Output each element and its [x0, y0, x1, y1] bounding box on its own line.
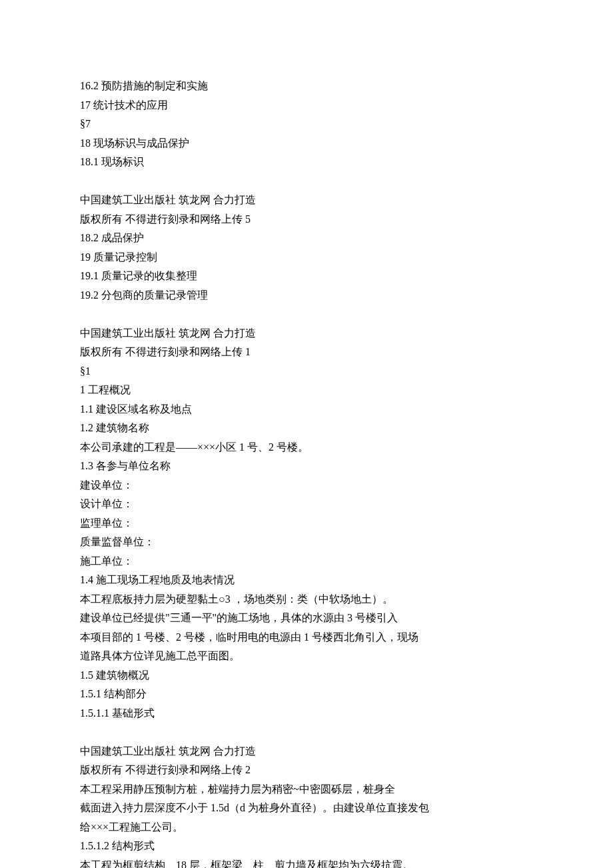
- text-line: 18 现场标识与成品保护: [80, 134, 533, 153]
- text-line: 设计单位：: [80, 495, 533, 514]
- text-line: 中国建筑工业出版社 筑龙网 合力打造: [80, 191, 533, 210]
- text-line: §7: [80, 115, 533, 134]
- text-line: 施工单位：: [80, 552, 533, 571]
- text-line: 16.2 预防措施的制定和实施: [80, 77, 533, 96]
- text-line: 19 质量记录控制: [80, 248, 533, 267]
- text-line: 1.5.1.1 基础形式: [80, 704, 533, 723]
- text-line: 1.5 建筑物概况: [80, 666, 533, 685]
- text-line: 质量监督单位：: [80, 533, 533, 552]
- blank-line: [80, 305, 533, 324]
- text-line: 版权所有 不得进行刻录和网络上传 5: [80, 210, 533, 229]
- text-line: 截面进入持力层深度不小于 1.5d（d 为桩身外直径）。由建设单位直接发包: [80, 799, 533, 818]
- text-line: 17 统计技术的应用: [80, 96, 533, 115]
- text-line: 18.1 现场标识: [80, 153, 533, 172]
- blank-line: [80, 172, 533, 191]
- text-line: 1.5.1.2 结构形式: [80, 837, 533, 856]
- text-line: 18.2 成品保护: [80, 229, 533, 248]
- text-line: 本项目部的 1 号楼、2 号楼，临时用电的电源由 1 号楼西北角引入，现场: [80, 628, 533, 647]
- text-line: 1.4 施工现场工程地质及地表情况: [80, 571, 533, 590]
- text-line: 本工程为框剪结构、18 层，框架梁、柱、剪力墙及框架均为六级抗震。: [80, 856, 533, 869]
- text-line: 版权所有 不得进行刻录和网络上传 1: [80, 343, 533, 362]
- text-line: §1: [80, 362, 533, 381]
- text-line: 监理单位：: [80, 514, 533, 533]
- text-line: 1.3 各参与单位名称: [80, 457, 533, 476]
- text-line: 本工程采用静压预制方桩，桩端持力层为稍密~中密圆砾层，桩身全: [80, 780, 533, 799]
- text-line: 1.2 建筑物名称: [80, 419, 533, 438]
- text-line: 中国建筑工业出版社 筑龙网 合力打造: [80, 324, 533, 343]
- text-line: 1.1 建设区域名称及地点: [80, 400, 533, 419]
- text-line: 建设单位：: [80, 476, 533, 495]
- text-line: 版权所有 不得进行刻录和网络上传 2: [80, 761, 533, 780]
- text-line: 本公司承建的工程是——×××小区 1 号、2 号楼。: [80, 438, 533, 457]
- text-line: 1 工程概况: [80, 381, 533, 400]
- text-line: 19.1 质量记录的收集整理: [80, 267, 533, 286]
- document-page: 16.2 预防措施的制定和实施17 统计技术的应用§718 现场标识与成品保护1…: [0, 0, 613, 868]
- text-line: 本工程底板持力层为硬塑黏土○3 ，场地类别：类（中软场地土）。: [80, 590, 533, 609]
- text-line: 道路具体方位详见施工总平面图。: [80, 647, 533, 666]
- text-line: 1.5.1 结构部分: [80, 685, 533, 704]
- text-line: 给×××工程施工公司。: [80, 818, 533, 837]
- text-line: 中国建筑工业出版社 筑龙网 合力打造: [80, 742, 533, 761]
- text-line: 19.2 分包商的质量记录管理: [80, 286, 533, 305]
- blank-line: [80, 723, 533, 742]
- text-line: 建设单位已经提供"三通一平"的施工场地，具体的水源由 3 号楼引入: [80, 609, 533, 628]
